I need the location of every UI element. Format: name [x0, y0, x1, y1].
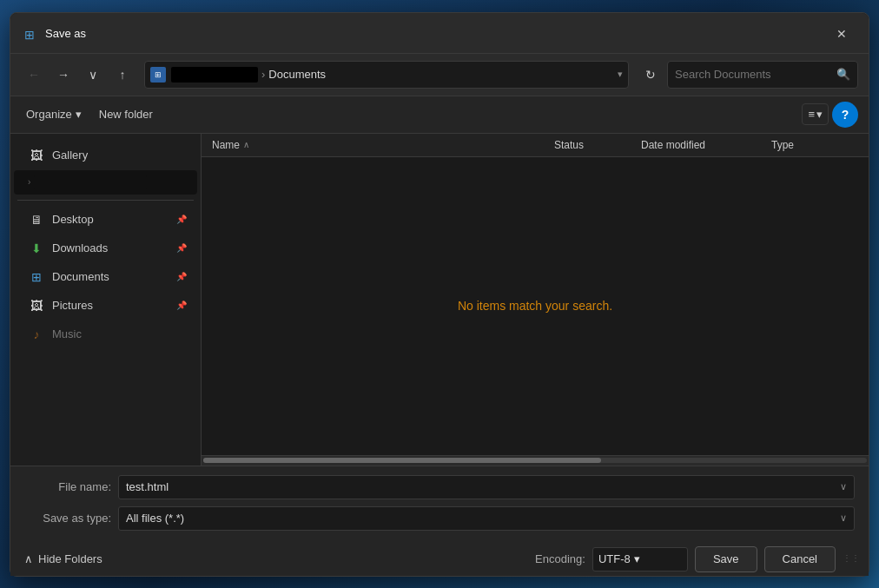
view-dropdown-icon: ▾	[816, 108, 823, 121]
chevron-down-icon: ∨	[89, 68, 97, 82]
organize-button[interactable]: Organize ▾	[21, 104, 87, 124]
new-folder-label: New folder	[99, 108, 153, 121]
savetype-label: Save as type:	[24, 512, 111, 525]
title-bar: Save as ✕	[10, 13, 869, 54]
filename-row: File name: test.html ∨	[24, 475, 855, 499]
column-date-label: Date modified	[641, 139, 705, 151]
sidebar: Gallery › Desktop 📌 Downloads 📌 Document…	[10, 134, 202, 466]
sidebar-item-pictures[interactable]: Pictures 📌	[14, 292, 197, 320]
action-bar-right: ≡ ▾ ?	[802, 102, 858, 128]
file-content-empty: No items match your search.	[202, 157, 869, 455]
sidebar-item-label: Gallery	[52, 149, 88, 162]
pictures-icon	[28, 297, 45, 314]
close-button[interactable]: ✕	[829, 23, 855, 44]
history-dropdown-button[interactable]: ∨	[80, 62, 106, 88]
breadcrumb-dropdown-arrow[interactable]: ▾	[618, 69, 623, 80]
column-status[interactable]: Status	[554, 139, 641, 151]
expand-icon: ›	[28, 177, 30, 187]
cancel-button[interactable]: Cancel	[764, 546, 836, 572]
sidebar-item-label: Documents	[52, 270, 109, 283]
search-icon: 🔍	[836, 68, 850, 81]
gallery-icon	[28, 147, 45, 164]
column-name-label: Name	[212, 139, 240, 151]
desktop-icon	[28, 211, 45, 228]
save-as-dialog: Save as ✕ ← → ∨ ↑ ⊞ › Documents ▾ ↻	[10, 12, 869, 577]
breadcrumb-bar[interactable]: ⊞ › Documents ▾	[144, 61, 629, 89]
file-pane: Name ∧ Status Date modified Type No item…	[202, 134, 869, 466]
filename-value: test.html	[126, 480, 840, 493]
up-button[interactable]: ↑	[109, 62, 135, 88]
back-button[interactable]: ←	[21, 62, 47, 88]
sidebar-item-desktop[interactable]: Desktop 📌	[14, 206, 197, 234]
filename-input[interactable]: test.html ∨	[118, 475, 855, 499]
encoding-dropdown-icon: ▾	[634, 552, 640, 565]
dialog-icon	[24, 27, 38, 41]
redacted-item	[34, 175, 147, 189]
breadcrumb-drive-icon: ⊞	[150, 67, 166, 83]
scrollbar-track[interactable]	[203, 458, 867, 463]
column-headers: Name ∧ Status Date modified Type	[202, 134, 869, 157]
pin-icon: 📌	[176, 215, 187, 224]
drive-icon: ⊞	[155, 70, 162, 79]
column-type[interactable]: Type	[771, 139, 858, 151]
organize-label: Organize	[26, 108, 72, 121]
downloads-icon	[28, 240, 45, 257]
save-button[interactable]: Save	[695, 546, 757, 572]
sidebar-item-downloads[interactable]: Downloads 📌	[14, 235, 197, 262]
help-button[interactable]: ?	[832, 102, 858, 128]
hide-folders-button[interactable]: ∧ Hide Folders	[24, 552, 102, 565]
action-bar: Organize ▾ New folder ≡ ▾ ?	[10, 96, 869, 134]
column-status-label: Status	[554, 139, 584, 151]
music-icon	[28, 326, 45, 343]
view-options-button[interactable]: ≡ ▾	[802, 103, 829, 125]
column-name[interactable]: Name ∧	[212, 139, 554, 151]
action-bar-left: Organize ▾ New folder	[21, 104, 158, 124]
savetype-row: Save as type: All files (*.*) ∨	[24, 506, 855, 531]
documents-icon	[28, 268, 45, 286]
sidebar-item-music-partial[interactable]: Music	[14, 320, 197, 348]
nav-toolbar: ← → ∨ ↑ ⊞ › Documents ▾ ↻ 🔍	[10, 54, 869, 96]
encoding-select[interactable]: UTF-8 ▾	[592, 547, 688, 571]
sidebar-item-documents[interactable]: Documents 📌	[14, 263, 197, 291]
encoding-label: Encoding:	[535, 552, 585, 565]
empty-message: No items match your search.	[458, 299, 612, 313]
filename-label: File name:	[24, 480, 111, 493]
breadcrumb-path-redacted	[171, 67, 258, 83]
hide-folders-arrow-icon: ∧	[24, 552, 33, 565]
search-input[interactable]	[675, 68, 836, 81]
title-bar-left: Save as	[24, 27, 86, 41]
breadcrumb-current-folder: Documents	[268, 68, 326, 81]
refresh-button[interactable]: ↻	[638, 62, 664, 88]
forward-icon: →	[57, 68, 69, 82]
dialog-title: Save as	[45, 27, 86, 40]
savetype-value: All files (*.*)	[126, 512, 840, 525]
sidebar-item-redacted[interactable]: ›	[14, 170, 197, 195]
savetype-dropdown-icon[interactable]: ∨	[840, 512, 847, 524]
sidebar-item-label: Music	[52, 327, 82, 340]
footer-bottom: ∧ Hide Folders Encoding: UTF-8 ▾ Save Ca…	[10, 539, 869, 576]
filename-dropdown-icon[interactable]: ∨	[840, 481, 847, 492]
help-icon: ?	[842, 108, 849, 122]
horizontal-scrollbar[interactable]	[202, 455, 869, 466]
pin-icon: 📌	[176, 272, 187, 281]
forward-button[interactable]: →	[50, 62, 76, 88]
encoding-value: UTF-8	[598, 552, 631, 565]
view-icon: ≡	[808, 108, 815, 121]
organize-arrow-icon: ▾	[76, 108, 82, 121]
scrollbar-thumb[interactable]	[203, 458, 601, 463]
column-type-label: Type	[771, 139, 794, 151]
column-date-modified[interactable]: Date modified	[641, 139, 771, 151]
up-icon: ↑	[120, 68, 126, 82]
sidebar-item-label: Desktop	[52, 213, 94, 226]
savetype-input[interactable]: All files (*.*) ∨	[118, 506, 855, 531]
sidebar-item-gallery[interactable]: Gallery	[14, 142, 197, 169]
search-box[interactable]: 🔍	[667, 61, 858, 89]
hide-folders-label: Hide Folders	[38, 552, 102, 565]
footer-form: File name: test.html ∨ Save as type: All…	[10, 466, 869, 539]
new-folder-button[interactable]: New folder	[94, 104, 158, 124]
sidebar-item-label: Pictures	[52, 299, 93, 312]
sidebar-item-label: Downloads	[52, 241, 108, 254]
sort-arrow-icon: ∧	[243, 140, 249, 149]
refresh-icon: ↻	[645, 68, 656, 82]
content-area: Gallery › Desktop 📌 Downloads 📌 Document…	[10, 134, 869, 466]
